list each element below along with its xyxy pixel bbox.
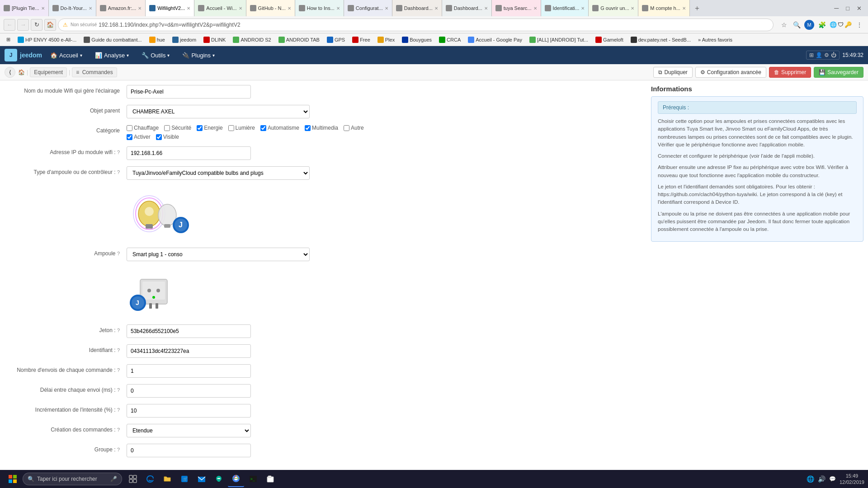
tab-close-13[interactable]: ✕ <box>631 6 634 11</box>
back-nav-button[interactable]: ⟨ <box>5 67 15 78</box>
tab-12[interactable]: Identificati... ✕ <box>541 0 589 16</box>
refresh-button[interactable]: ↻ <box>31 19 42 31</box>
taskbar-edge[interactable] <box>142 471 158 487</box>
bookmark-gameloft[interactable]: Gameloft <box>593 36 626 44</box>
forward-button[interactable]: → <box>17 19 29 31</box>
identifiant-input[interactable] <box>127 344 251 358</box>
close-button[interactable]: ✕ <box>854 5 864 12</box>
module-name-input[interactable] <box>127 85 251 99</box>
tab-close-11[interactable]: ✕ <box>533 6 537 11</box>
cat-automatisme[interactable]: Automatisme <box>260 125 299 131</box>
bookmark-guide[interactable]: Guide du combattant... <box>81 36 144 44</box>
tab-close-2[interactable]: ✕ <box>89 6 92 11</box>
incrementation-input[interactable] <box>127 404 251 418</box>
cat-autre-cb[interactable] <box>344 125 349 131</box>
type-ampoule-select[interactable]: Tuya/Jinvoo/eFamilyCloud compatible bulb… <box>127 166 310 180</box>
bookmarks-icon[interactable]: ☆ <box>779 20 789 30</box>
visible-checkbox[interactable]: Visible <box>156 134 179 140</box>
nav-plugins[interactable]: 🔌 Plugins ▾ <box>178 50 219 61</box>
tab-9[interactable]: Dashboard... ✕ <box>392 0 442 16</box>
cat-autre[interactable]: Autre <box>344 125 364 131</box>
tab-1[interactable]: [Plugin Tie... ✕ <box>0 0 49 16</box>
bookmark-jeedom[interactable]: jeedom <box>170 36 199 44</box>
visible-cb[interactable] <box>156 134 162 140</box>
extensions-icon[interactable]: 🧩 <box>817 20 827 30</box>
back-button[interactable]: ← <box>4 19 15 31</box>
tab-close-9[interactable]: ✕ <box>434 6 438 11</box>
tab-close-1[interactable]: ✕ <box>41 6 45 11</box>
tab-close-6[interactable]: ✕ <box>288 6 291 11</box>
menu-icon[interactable]: ⋮ <box>854 20 864 30</box>
tab-close-10[interactable]: ✕ <box>484 6 488 11</box>
breadcrumb-home-icon[interactable]: 🏠 <box>18 69 25 75</box>
tab-2[interactable]: Do-It-Your... ✕ <box>49 0 96 16</box>
groupe-input[interactable] <box>127 444 251 457</box>
cat-chauffage-cb[interactable] <box>127 125 132 131</box>
tab-4[interactable]: WifilightV2... ✕ <box>146 0 194 16</box>
nav-outils[interactable]: 🔧 Outils ▾ <box>137 50 174 61</box>
taskbar-store[interactable]: 🛒 <box>176 471 193 487</box>
bookmark-hue[interactable]: hue <box>146 36 168 44</box>
tab-14[interactable]: M compte h... ✕ <box>638 0 690 16</box>
breadcrumb-commandes[interactable]: ≡ Commandes <box>72 67 117 77</box>
taskbar-terminal[interactable]: >_ <box>245 471 261 487</box>
bookmark-crca[interactable]: CRCA <box>436 36 463 44</box>
tab-close-3[interactable]: ✕ <box>138 6 142 11</box>
bookmark-hp[interactable]: HP ENVY 4500 e-All-... <box>15 36 79 44</box>
nav-analyse[interactable]: 📊 Analyse ▾ <box>90 50 133 61</box>
jeedom-power-icon[interactable]: ⏻ <box>831 52 836 58</box>
taskbar-notification-icon[interactable]: 💬 <box>829 476 836 482</box>
jeedom-grid-icon[interactable]: ⊞ <box>809 52 814 58</box>
supprimer-button[interactable]: 🗑 Supprimer <box>769 67 811 78</box>
cat-energie[interactable]: Energie <box>197 125 222 131</box>
taskbar-chrome[interactable] <box>228 471 244 487</box>
creation-commandes-help-icon[interactable]: ? <box>117 427 120 432</box>
start-button[interactable] <box>4 471 22 487</box>
taskbar-mail[interactable] <box>193 471 210 487</box>
cat-lumiere[interactable]: Lumière <box>228 125 255 131</box>
bookmark-gps[interactable]: GPS <box>324 36 348 44</box>
type-ampoule-help-icon[interactable]: ? <box>117 169 120 175</box>
tab-close-5[interactable]: ✕ <box>239 6 242 11</box>
delai-input[interactable] <box>127 384 251 398</box>
ampoule-select[interactable]: Smart plug 1 - conso <box>127 248 310 261</box>
bookmark-autres[interactable]: » Autres favoris <box>695 36 735 43</box>
tab-close-12[interactable]: ✕ <box>581 6 585 11</box>
tab-close-7[interactable]: ✕ <box>336 6 340 11</box>
activer-checkbox[interactable]: Activer <box>127 134 151 140</box>
objet-parent-select[interactable]: CHAMBRE AXEL <box>127 105 310 118</box>
address-bar[interactable]: ⚠ Non sécurisé 192.168.1.190/index.php?v… <box>58 19 774 31</box>
taskbar-search-box[interactable]: 🔍 Taper ici pour rechercher 🎤 <box>23 473 122 485</box>
identifiant-help-icon[interactable]: ? <box>117 347 120 353</box>
tab-5[interactable]: Accueil - Wi... ✕ <box>194 0 246 16</box>
bookmark-applications[interactable]: ⊞ <box>4 36 13 43</box>
adresse-ip-input[interactable] <box>127 146 251 160</box>
tab-close-14[interactable]: ✕ <box>682 6 686 11</box>
tab-13[interactable]: G ouvrir un... ✕ <box>589 0 638 16</box>
tab-3[interactable]: Amazon.fr:... ✕ <box>96 0 146 16</box>
jeton-help-icon[interactable]: ? <box>117 328 120 333</box>
bookmark-android-tab[interactable]: ANDROID TAB <box>276 36 322 44</box>
cat-chauffage[interactable]: Chauffage <box>127 125 159 131</box>
translate-icon[interactable]: 🌐 <box>830 21 837 28</box>
taskbar-task-view[interactable] <box>125 471 141 487</box>
cat-automatisme-cb[interactable] <box>260 125 266 131</box>
tab-8[interactable]: Configurat... ✕ <box>344 0 392 16</box>
tab-close-4[interactable]: ✕ <box>187 6 190 11</box>
tab-7[interactable]: How to Ins... ✕ <box>295 0 344 16</box>
cat-energie-cb[interactable] <box>197 125 203 131</box>
jeton-input[interactable] <box>127 324 251 338</box>
dashlane-icon[interactable]: 🔑 <box>844 21 852 28</box>
cat-multimedia[interactable]: Multimedia <box>305 125 338 131</box>
activer-cb[interactable] <box>127 134 132 140</box>
delai-help-icon[interactable]: ? <box>117 387 120 393</box>
mic-icon[interactable]: 🎤 <box>110 476 117 482</box>
adblock-icon[interactable]: 🛡 <box>838 21 844 28</box>
cat-securite-cb[interactable] <box>164 125 170 131</box>
search-icon[interactable]: 🔍 <box>792 20 802 30</box>
bookmark-plex[interactable]: Plex <box>375 36 397 44</box>
taskbar-files[interactable] <box>262 471 278 487</box>
jeedom-user-icon[interactable]: 👤 <box>816 52 822 58</box>
incrementation-help-icon[interactable]: ? <box>117 407 120 413</box>
bookmark-accueil[interactable]: Accueil - Google Pay <box>465 36 525 44</box>
